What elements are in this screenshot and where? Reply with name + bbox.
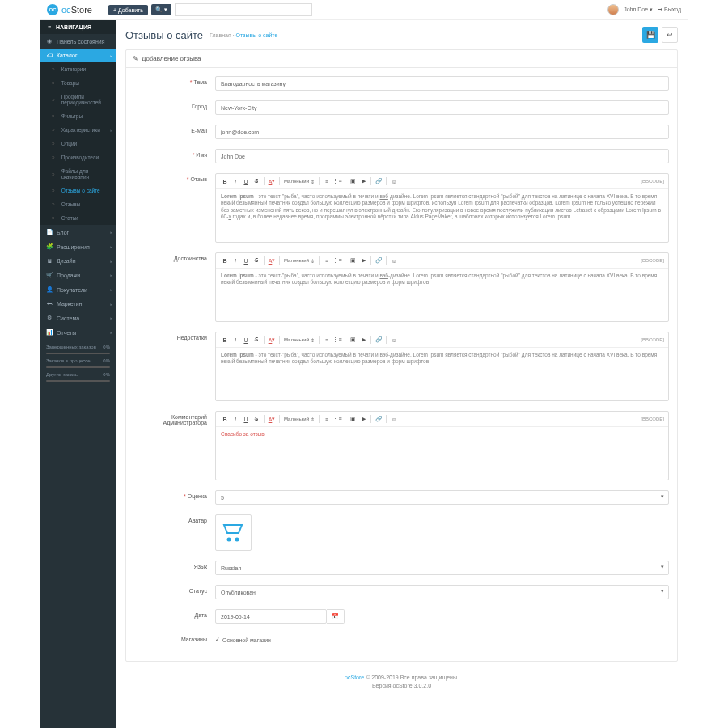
- size-dropdown[interactable]: Маленький ⇕: [282, 417, 316, 422]
- status-select[interactable]: Опубликован: [215, 585, 669, 599]
- strike-button[interactable]: S̶: [252, 414, 261, 424]
- link-button[interactable]: 🔗: [374, 335, 383, 345]
- sidebar-item-design[interactable]: 🖥Дизайн›: [40, 254, 116, 268]
- image-button[interactable]: ▣: [348, 335, 358, 345]
- bold-button[interactable]: B: [220, 414, 230, 424]
- bbcode-toggle[interactable]: [BBCODE]: [641, 417, 664, 421]
- video-button[interactable]: ▶: [358, 176, 368, 186]
- city-input[interactable]: [215, 100, 669, 115]
- logo[interactable]: OC ocStore: [47, 4, 92, 15]
- sidebar-item-system[interactable]: ⚙Система›: [40, 311, 116, 325]
- emoji-button[interactable]: ☺: [389, 176, 399, 186]
- underline-button[interactable]: U: [241, 414, 251, 424]
- user-avatar-icon[interactable]: [607, 4, 619, 15]
- sidebar-item-options[interactable]: Опции: [40, 137, 116, 150]
- sidebar-item-downloads[interactable]: Файлы для скачивания: [40, 164, 116, 184]
- review-textarea[interactable]: Lorem Ipsum - это текст-"рыба", часто ис…: [216, 189, 668, 242]
- bbcode-toggle[interactable]: [BBCODE]: [641, 179, 664, 184]
- link-button[interactable]: 🔗: [374, 256, 383, 265]
- emoji-button[interactable]: ☺: [389, 256, 399, 265]
- theme-input[interactable]: [215, 76, 669, 91]
- image-button[interactable]: ▣: [348, 176, 358, 186]
- sidebar-item-categories[interactable]: Категории: [40, 62, 116, 76]
- color-button[interactable]: A▾: [267, 256, 277, 265]
- italic-button[interactable]: I: [231, 256, 240, 265]
- underline-button[interactable]: U: [241, 335, 251, 345]
- link-button[interactable]: 🔗: [374, 414, 383, 424]
- name-input[interactable]: [215, 149, 669, 163]
- save-button[interactable]: 💾: [642, 27, 658, 43]
- sidebar-item-dashboard[interactable]: ◉Панель состояния: [40, 34, 116, 49]
- size-dropdown[interactable]: Маленький ⇕: [282, 337, 316, 343]
- list-ol-button[interactable]: ≡: [322, 335, 332, 345]
- strike-button[interactable]: S̶: [252, 256, 261, 265]
- list-ol-button[interactable]: ≡: [322, 256, 332, 265]
- video-button[interactable]: ▶: [358, 335, 368, 345]
- underline-button[interactable]: U: [241, 256, 251, 265]
- list-ul-button[interactable]: ⋮≡: [332, 335, 342, 345]
- emoji-button[interactable]: ☺: [389, 335, 399, 345]
- video-button[interactable]: ▶: [358, 414, 368, 424]
- date-input[interactable]: [215, 609, 327, 624]
- size-dropdown[interactable]: Маленький ⇕: [282, 179, 316, 184]
- sidebar-item-recurring[interactable]: Профили периодичностей: [40, 90, 116, 109]
- breadcrumb-current[interactable]: Отзывы о сайте: [236, 32, 278, 38]
- sidebar-item-attributes[interactable]: Характеристики›: [40, 123, 116, 137]
- tag-icon: 🏷: [46, 53, 53, 58]
- link-button[interactable]: 🔗: [374, 176, 383, 186]
- strike-button[interactable]: S̶: [252, 176, 261, 186]
- sidebar-item-reports[interactable]: 📊Отчеты›: [40, 325, 116, 340]
- sidebar-item-site-reviews[interactable]: Отзывы о сайте: [40, 184, 116, 197]
- logout-button[interactable]: ↦ Выход: [658, 6, 681, 13]
- list-ul-button[interactable]: ⋮≡: [332, 414, 342, 424]
- image-button[interactable]: ▣: [348, 414, 358, 424]
- language-select[interactable]: Russian: [215, 561, 669, 575]
- bbcode-toggle[interactable]: [BBCODE]: [641, 337, 664, 342]
- cons-textarea[interactable]: Lorem Ipsum - это текст-"рыба", часто ис…: [216, 348, 668, 400]
- color-button[interactable]: A▾: [267, 176, 277, 186]
- sidebar-item-manufacturers[interactable]: Производители: [40, 150, 116, 164]
- emoji-button[interactable]: ☺: [389, 414, 399, 424]
- italic-button[interactable]: I: [231, 335, 240, 345]
- avatar-picker[interactable]: [215, 514, 252, 551]
- sidebar-item-marketing[interactable]: ⮪Маркетинг›: [40, 297, 116, 311]
- rating-select[interactable]: 5: [215, 490, 669, 505]
- add-button[interactable]: + Добавить: [108, 5, 148, 15]
- color-button[interactable]: A▾: [267, 414, 277, 424]
- strike-button[interactable]: S̶: [252, 335, 261, 345]
- breadcrumb-home[interactable]: Главная: [210, 32, 231, 38]
- video-button[interactable]: ▶: [358, 256, 368, 265]
- search-button[interactable]: 🔍 ▾: [151, 4, 171, 15]
- sidebar-item-catalog[interactable]: 🏷Каталог›: [40, 49, 116, 62]
- list-ol-button[interactable]: ≡: [322, 414, 332, 424]
- bold-button[interactable]: B: [220, 176, 230, 186]
- sidebar-item-customers[interactable]: 👤Покупатели›: [40, 282, 116, 297]
- list-ul-button[interactable]: ⋮≡: [332, 256, 342, 265]
- size-dropdown[interactable]: Маленький ⇕: [282, 258, 316, 264]
- search-input[interactable]: [175, 3, 312, 16]
- sidebar-item-articles[interactable]: Статьи: [40, 211, 116, 225]
- bbcode-toggle[interactable]: [BBCODE]: [641, 258, 664, 263]
- back-button[interactable]: ↩: [662, 27, 678, 43]
- bold-button[interactable]: B: [220, 256, 230, 265]
- admin-comment-textarea[interactable]: Спасибо за отзыв!: [216, 427, 668, 480]
- italic-button[interactable]: I: [231, 176, 240, 186]
- color-button[interactable]: A▾: [267, 335, 277, 345]
- image-button[interactable]: ▣: [348, 256, 358, 265]
- sidebar-item-sales[interactable]: 🛒Продажи›: [40, 268, 116, 282]
- sidebar-item-blog[interactable]: 📄Блог›: [40, 225, 116, 239]
- italic-button[interactable]: I: [231, 414, 240, 424]
- list-ul-button[interactable]: ⋮≡: [332, 176, 342, 186]
- date-picker-button[interactable]: 📅: [327, 609, 345, 624]
- underline-button[interactable]: U: [241, 176, 251, 186]
- bold-button[interactable]: B: [220, 335, 230, 345]
- pros-textarea[interactable]: Lorem Ipsum - это текст-"рыба", часто ис…: [216, 269, 668, 321]
- user-dropdown[interactable]: John Doe ▾: [624, 6, 653, 13]
- sidebar-item-filters[interactable]: Фильтры: [40, 109, 116, 123]
- footer-brand-link[interactable]: ocStore: [345, 675, 364, 680]
- list-ol-button[interactable]: ≡: [322, 176, 332, 186]
- email-input[interactable]: [215, 125, 669, 139]
- sidebar-item-reviews[interactable]: Отзывы: [40, 197, 116, 211]
- sidebar-item-products[interactable]: Товары: [40, 76, 116, 90]
- sidebar-item-extensions[interactable]: 🧩Расширения›: [40, 239, 116, 254]
